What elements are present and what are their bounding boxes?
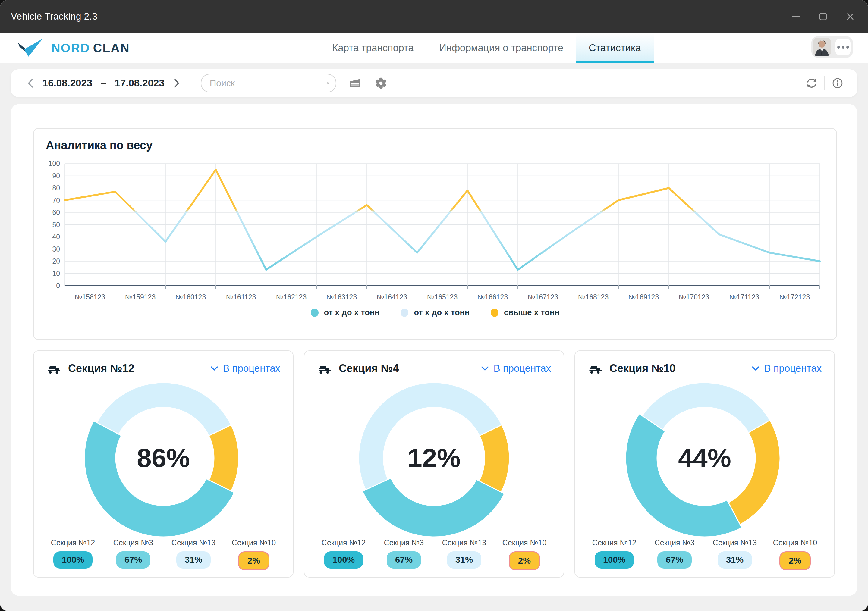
brand-name-primary: NORD	[51, 41, 90, 55]
legend-label: от х до х тонн	[414, 308, 470, 317]
section-legend-item: Секция №367%	[644, 538, 705, 570]
donut-segment-teal[interactable]	[626, 414, 742, 537]
section-card-10: Секция №10 В процентах 44% Секция №12100…	[575, 350, 835, 577]
settings-button[interactable]	[373, 75, 389, 91]
avatar-photo	[812, 38, 831, 56]
percent-mode-select[interactable]: В процентах	[210, 363, 280, 374]
tab-statistics[interactable]: Статистика	[576, 33, 653, 63]
section-name: Секция №3	[374, 538, 434, 547]
card-title: Секция №4	[339, 362, 399, 375]
legend-dot-icon	[401, 308, 408, 317]
weight-line-series	[65, 170, 820, 270]
x-tick-label: №169123	[628, 293, 659, 301]
search-icon[interactable]	[327, 77, 330, 89]
weight-line-chart[interactable]: 0102030405060708090100№158123№159123№160…	[42, 155, 829, 306]
section-legend: Секция №12100%Секция №367%Секция №1331%С…	[43, 538, 284, 570]
tab-vehicle-map[interactable]: Карта транспорта	[319, 33, 426, 63]
info-button[interactable]	[830, 75, 845, 91]
section-percent-badge[interactable]: 100%	[324, 551, 363, 569]
y-tick-label: 0	[56, 282, 60, 289]
gear-icon	[374, 76, 388, 90]
filter-toolbar: 16.08.2023 – 17.08.2023	[11, 69, 857, 97]
x-tick-label: №168123	[578, 293, 609, 301]
section-percent-badge[interactable]: 100%	[53, 551, 93, 569]
chart-legend-item[interactable]: свыше х тонн	[491, 308, 560, 317]
section-name: Секция №10	[765, 538, 825, 547]
chevron-left-icon	[26, 78, 34, 88]
x-tick-label: №171123	[729, 293, 760, 301]
chevron-down-icon	[210, 366, 218, 371]
chart-legend-item[interactable]: от х до х тонн	[311, 308, 380, 317]
tab-label: Информация о транспорте	[439, 42, 563, 54]
section-legend-item: Секция №367%	[374, 538, 434, 570]
donut-segment-teal[interactable]	[363, 478, 505, 537]
donut-segment-light-blue[interactable]	[97, 383, 231, 436]
y-tick-label: 80	[52, 184, 60, 192]
donut-svg[interactable]	[84, 378, 243, 538]
refresh-button[interactable]	[804, 75, 820, 91]
tab-label: Карта транспорта	[332, 42, 414, 54]
next-date-button[interactable]	[171, 78, 182, 88]
donut-chart: 44%	[625, 378, 784, 538]
section-percent-badge[interactable]: 31%	[718, 551, 752, 569]
search-input[interactable]	[209, 78, 327, 88]
section-percent-badge[interactable]: 67%	[657, 551, 692, 569]
maximize-button[interactable]	[818, 11, 828, 22]
section-percent-badge[interactable]: 2%	[509, 551, 540, 570]
section-percent-badge[interactable]: 100%	[595, 551, 634, 569]
card-header: Секция №10 В процентах	[588, 362, 822, 375]
section-percent-badge[interactable]: 2%	[238, 551, 270, 570]
section-legend-item: Секция №102%	[224, 538, 284, 570]
section-name: Секция №10	[224, 538, 284, 547]
section-card-12: Секция №12 В процентах 86% Секция №12100…	[33, 350, 293, 577]
donut-segment-yellow[interactable]	[209, 425, 239, 491]
percent-mode-select[interactable]: В процентах	[752, 363, 822, 374]
minimize-icon	[791, 12, 801, 22]
percent-mode-label: В процентах	[764, 363, 822, 374]
x-tick-label: №162123	[276, 293, 307, 301]
donut-svg[interactable]	[625, 378, 784, 538]
donut-segment-yellow[interactable]	[479, 425, 509, 492]
section-name: Секция №13	[163, 538, 224, 547]
section-name: Секция №13	[434, 538, 494, 547]
card-header: Секция №12 В процентах	[46, 362, 280, 375]
donut-chart: 86%	[84, 378, 243, 538]
x-tick-label: №161123	[226, 293, 256, 301]
section-legend-item: Секция №12100%	[313, 538, 374, 570]
nordclan-logo-icon	[17, 38, 45, 58]
chart-legend-item[interactable]: от х до х тонн	[401, 308, 470, 317]
date-to[interactable]: 17.08.2023	[115, 77, 164, 89]
percent-mode-select[interactable]: В процентах	[481, 363, 551, 374]
donut-segment-light-blue[interactable]	[642, 383, 770, 433]
info-icon	[831, 76, 845, 90]
avatar[interactable]	[812, 38, 831, 56]
minimize-button[interactable]	[791, 11, 801, 22]
chart-title: Аналитика по весу	[46, 139, 836, 152]
close-button[interactable]	[845, 11, 856, 22]
section-name: Секция №10	[494, 538, 555, 547]
card-title: Секция №10	[609, 362, 676, 375]
percent-mode-label: В процентах	[494, 363, 551, 374]
prev-date-button[interactable]	[25, 78, 36, 88]
date-from[interactable]: 16.08.2023	[42, 77, 92, 89]
garage-filter-button[interactable]	[347, 75, 363, 91]
close-icon	[845, 12, 855, 22]
y-tick-label: 10	[52, 270, 60, 277]
y-tick-label: 60	[52, 209, 60, 216]
x-tick-label: №167123	[528, 293, 558, 301]
section-percent-badge[interactable]: 2%	[780, 551, 811, 570]
content-panel: Аналитика по весу 0102030405060708090100…	[11, 104, 857, 596]
section-card-4: Секция №4 В процентах 12% Секция №12100%…	[304, 350, 564, 577]
more-menu-button[interactable]	[835, 39, 851, 55]
app-window: Vehicle Tracking 2.3 NORDCLAN Карта	[0, 0, 868, 611]
section-percent-badge[interactable]: 67%	[387, 551, 421, 569]
donut-svg[interactable]	[354, 378, 514, 538]
y-tick-label: 100	[48, 160, 60, 167]
section-percent-badge[interactable]: 67%	[116, 551, 150, 569]
donut-segment-yellow[interactable]	[728, 420, 780, 524]
legend-label: свыше х тонн	[504, 308, 560, 317]
tab-vehicle-info[interactable]: Информация о транспорте	[426, 33, 576, 63]
section-percent-badge[interactable]: 31%	[447, 551, 481, 569]
tab-label: Статистика	[589, 42, 641, 54]
section-percent-badge[interactable]: 31%	[176, 551, 211, 569]
